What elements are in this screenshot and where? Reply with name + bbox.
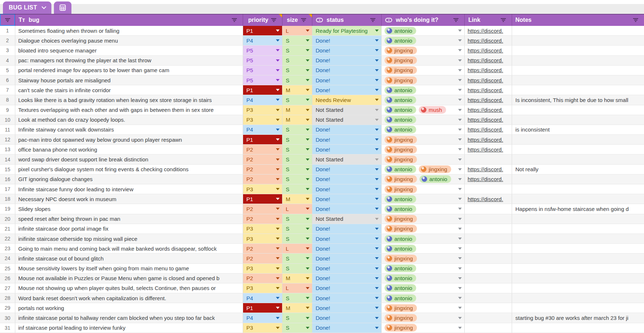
status-cell[interactable]: Done! [312,274,382,283]
chevron-down-icon[interactable] [458,129,462,131]
column-header-priority[interactable]: priority [243,14,282,26]
size-cell[interactable]: M [282,85,312,95]
priority-cell[interactable]: P2 [243,214,282,224]
assignee-chip[interactable]: antonio [385,274,416,282]
filter-icon[interactable] [632,17,639,22]
notes-cell[interactable] [512,234,644,243]
row-number[interactable]: 29 [0,303,15,313]
notes-cell[interactable]: starting bug #30 are works after march 2… [512,313,644,322]
chevron-down-icon[interactable] [276,158,280,161]
notes-cell[interactable] [512,175,644,184]
size-cell[interactable]: S [282,214,312,224]
assignee-chip[interactable]: antonio [385,86,416,94]
assignees-cell[interactable]: jingxing [382,184,465,194]
discord-link[interactable]: https://discord. [468,97,503,103]
link-cell[interactable]: https://discord. [465,125,512,134]
assignees-cell[interactable]: jingxing [382,214,465,224]
chevron-down-icon[interactable] [458,178,462,180]
assignee-chip[interactable]: jingxing [385,136,417,144]
size-cell[interactable]: S [282,145,312,154]
chevron-down-icon[interactable] [375,208,379,210]
chevron-down-icon[interactable] [276,49,280,51]
chevron-down-icon[interactable] [306,257,309,259]
assignee-chip[interactable]: jingxing [385,225,417,232]
chevron-down-icon[interactable] [458,158,462,161]
row-number[interactable]: 13 [0,145,15,154]
link-cell[interactable]: https://discord. [465,36,512,45]
status-cell[interactable]: Done! [312,283,382,293]
chevron-down-icon[interactable] [306,228,309,230]
chevron-down-icon[interactable] [458,79,462,81]
link-cell[interactable] [465,244,512,253]
assignees-cell[interactable]: jingxingantonio [382,175,465,184]
priority-cell[interactable]: P3 [243,224,282,234]
chevron-down-icon[interactable] [276,129,280,131]
bug-cell[interactable]: can't scale the stairs in infinite corri… [15,85,243,95]
priority-cell[interactable]: P1 [243,85,282,95]
chevron-down-icon[interactable] [375,297,379,299]
bug-cell[interactable]: Mouse not showing up when player quites … [15,283,243,293]
size-cell[interactable]: S [282,95,312,105]
size-cell[interactable]: S [282,254,312,263]
chevron-down-icon[interactable] [375,228,379,230]
chevron-down-icon[interactable] [276,148,280,150]
chevron-down-icon[interactable] [458,297,462,299]
chevron-down-icon[interactable] [306,119,309,121]
assignee-chip[interactable]: jingxing [385,215,417,223]
chevron-down-icon[interactable] [276,79,280,81]
size-cell[interactable]: S [282,234,312,243]
chevron-down-icon[interactable] [375,69,379,71]
chevron-down-icon[interactable] [375,99,379,101]
notes-cell[interactable] [512,154,644,164]
assignees-cell[interactable]: jingxing [382,254,465,263]
chevron-down-icon[interactable] [306,148,309,150]
chevron-down-icon[interactable] [306,188,309,190]
assignees-cell[interactable]: antonio [382,274,465,283]
priority-cell[interactable]: P3 [243,115,282,125]
assignees-cell[interactable]: antonio [382,95,465,105]
size-cell[interactable]: S [282,135,312,144]
status-cell[interactable]: Done! [312,175,382,184]
status-cell[interactable]: Done! [312,303,382,313]
bug-cell[interactable]: Infinite stairway cannot walk downstairs [15,125,243,134]
chevron-down-icon[interactable] [458,257,462,259]
status-cell[interactable]: Done! [312,264,382,273]
notes-cell[interactable] [512,56,644,65]
bug-cell[interactable]: Going to main menu and coming back will … [15,244,243,253]
filter-icon[interactable] [370,17,376,22]
priority-cell[interactable]: P4 [243,95,282,105]
row-number[interactable]: 9 [0,105,15,115]
assignees-cell[interactable]: antoniojingxing [382,165,465,174]
tab-grid-view[interactable] [54,1,71,14]
assignees-cell[interactable]: jingxing [382,75,465,85]
bug-cell[interactable]: portal rendered image fov appears to be … [15,66,243,75]
chevron-down-icon[interactable] [276,119,280,121]
notes-cell[interactable] [512,115,644,125]
assignees-cell[interactable]: antonio [382,234,465,243]
row-number[interactable]: 24 [0,254,15,263]
assignees-cell[interactable]: jingxing [382,313,465,322]
chevron-down-icon[interactable] [375,148,379,150]
notes-cell[interactable] [512,66,644,75]
chevron-down-icon[interactable] [306,198,309,200]
assignees-cell[interactable]: antonio [382,244,465,253]
row-number[interactable]: 11 [0,125,15,134]
chevron-down-icon[interactable] [276,257,280,259]
assignees-cell[interactable]: antonio [382,283,465,293]
bug-cell[interactable]: Mouse sensitivity lowers by itself when … [15,264,243,273]
bug-cell[interactable]: infinite staircase door portal image fix [15,224,243,234]
chevron-down-icon[interactable] [375,198,379,200]
status-cell[interactable]: Done! [312,234,382,243]
status-cell[interactable]: Done! [312,313,382,322]
assignee-chip[interactable]: jingxing [385,156,417,163]
chevron-down-icon[interactable] [276,317,280,319]
bug-cell[interactable]: Word bank reset doesn't work when capita… [15,293,243,303]
discord-link[interactable]: https://discord. [468,87,503,93]
chevron-down-icon[interactable] [458,89,462,91]
bug-cell[interactable]: Stairway house portals are misaligned [15,75,243,85]
assignees-cell[interactable]: antonio [382,125,465,134]
chevron-down-icon[interactable] [306,208,309,210]
filter-icon[interactable] [500,17,507,22]
chevron-down-icon[interactable] [375,59,379,62]
link-cell[interactable]: https://discord. [465,56,512,65]
